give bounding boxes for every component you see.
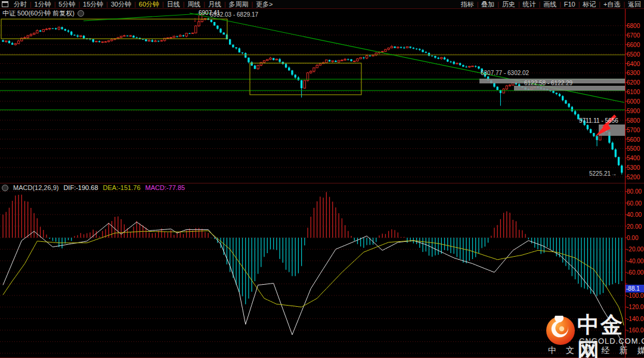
price-axis-label: 6500 xyxy=(627,51,644,58)
window-icon[interactable] xyxy=(2,1,8,7)
symbol-title: 中证 500(60分钟 前复权) xyxy=(2,9,75,18)
gap-label-top: 6932.03 - 6829.17 xyxy=(210,11,258,18)
macd-dea-value: DEA:-151.76 xyxy=(103,184,141,191)
macd-settings-icon[interactable] xyxy=(2,185,8,191)
cngold-logo-icon xyxy=(546,316,575,345)
menu-item-画线[interactable]: 画线 xyxy=(540,1,559,8)
menu-item-+自选[interactable]: +自选 xyxy=(600,1,623,8)
watermark-domain: CNGOLD.COM.CN xyxy=(579,337,644,345)
menu-item-30分钟[interactable]: 30分钟 xyxy=(108,1,134,8)
macd-axis-label: 0.00 xyxy=(627,235,644,241)
menu-item-F10[interactable]: F10 xyxy=(561,1,578,8)
indicator-settings-icon[interactable] xyxy=(78,10,84,17)
menu-item-指标[interactable]: 指标 xyxy=(458,1,477,8)
menu-item-月线[interactable]: 月线 xyxy=(205,1,224,8)
menu-item-更多>[interactable]: 更多> xyxy=(253,1,275,8)
menu-item-分时[interactable]: 分时 xyxy=(11,1,30,8)
macd-dif-value: DIF:-190.68 xyxy=(63,184,98,191)
price-axis-label: 5200 xyxy=(627,174,644,180)
menu-item-多周期[interactable]: 多周期 xyxy=(225,1,251,8)
chart-canvas[interactable] xyxy=(0,0,644,358)
macd-axis-label: 20.00 xyxy=(627,223,644,230)
macd-hist-value: MACD:-77.85 xyxy=(145,184,185,191)
price-axis-label: 6000 xyxy=(627,98,644,105)
price-axis-label: 6300 xyxy=(627,70,644,76)
price-axis-label: 5400 xyxy=(627,155,644,161)
top-menubar: 分时|1分钟|5分钟|15分钟|30分钟|60分钟|日线|周线|月线|多周期|更… xyxy=(0,0,644,9)
macd-axis-label: 60.00 xyxy=(627,200,644,207)
menu-item-60分钟[interactable]: 60分钟 xyxy=(136,1,162,8)
menu-item-15分钟[interactable]: 15分钟 xyxy=(80,1,106,8)
menu-item-日线[interactable]: 日线 xyxy=(164,1,183,8)
trading-app-window: 分时|1分钟|5分钟|15分钟|30分钟|60分钟|日线|周线|月线|多周期|更… xyxy=(0,0,644,358)
watermark-slogan: 中 文 财 经 新 媒 体 xyxy=(548,345,644,356)
price-axis-label: 6700 xyxy=(627,32,644,39)
menu-item-统计[interactable]: 统计 xyxy=(520,1,539,8)
menu-item-周线[interactable]: 周线 xyxy=(184,1,203,8)
menu-item-5分钟[interactable]: 5分钟 xyxy=(55,1,78,8)
price-axis-label: 6600 xyxy=(627,42,644,48)
price-axis-label: 5900 xyxy=(627,108,644,114)
last-price-label: 5225.21→ xyxy=(589,170,617,177)
price-axis-label: 5700 xyxy=(627,127,644,133)
price-axis-label: 6200 xyxy=(627,79,644,86)
down-arrow-marker: ↓ xyxy=(193,15,197,23)
price-axis-label: 5300 xyxy=(627,164,644,171)
macd-axis-label: 40.00 xyxy=(627,211,644,218)
macd-axis-label: -40.00 xyxy=(627,258,644,264)
macd-param-label[interactable]: MACD(12,26,9) xyxy=(13,184,58,191)
macd-axis-label: -60.00 xyxy=(627,269,644,276)
price-axis-label: 6100 xyxy=(627,89,644,95)
menu-item-叠加[interactable]: 叠加 xyxy=(478,1,497,8)
chart-titlebar: 中证 500(60分钟 前复权) xyxy=(2,10,84,17)
gap-label-low: 5711.11 - 5656 xyxy=(579,117,618,124)
price-axis-label: 6800 xyxy=(627,23,644,29)
price-axis-label: 5800 xyxy=(627,117,644,124)
macd-axis-label: -20.00 xyxy=(627,246,644,253)
macd-current-value-badge: -88.1 xyxy=(626,285,644,292)
menu-item-返回[interactable]: 返回 xyxy=(625,1,644,8)
gap-label-mid1: 6307.77 - 6302.02 xyxy=(481,70,529,76)
menu-item-1分钟[interactable]: 1分钟 xyxy=(32,1,54,8)
price-axis-label: 6400 xyxy=(627,61,644,67)
price-axis-label: 5500 xyxy=(627,145,644,152)
menu-item-标记[interactable]: 标记 xyxy=(580,1,599,8)
macd-axis-label: -100.0 xyxy=(627,292,644,299)
macd-indicator-row: MACD(12,26,9) DIF:-190.68 DEA:-151.76 MA… xyxy=(2,184,185,191)
tools-menu: 指标|叠加|历史|统计|画线|F10|标记|+自选|返回 xyxy=(458,1,644,8)
menu-item-历史[interactable]: 历史 xyxy=(499,1,518,8)
price-axis-label: 5600 xyxy=(627,136,644,143)
timeframe-menu: 分时|1分钟|5分钟|15分钟|30分钟|60分钟|日线|周线|月线|多周期|更… xyxy=(11,1,276,8)
gap-label-mid2: 6122.58 - 6122.29 xyxy=(524,80,572,86)
macd-axis-label: -120.0 xyxy=(627,304,644,310)
macd-axis-label: 80.00 xyxy=(627,188,644,195)
cngold-watermark: 中金网 CNGOLD.COM.CN 中 文 财 经 新 媒 体 xyxy=(540,312,644,357)
